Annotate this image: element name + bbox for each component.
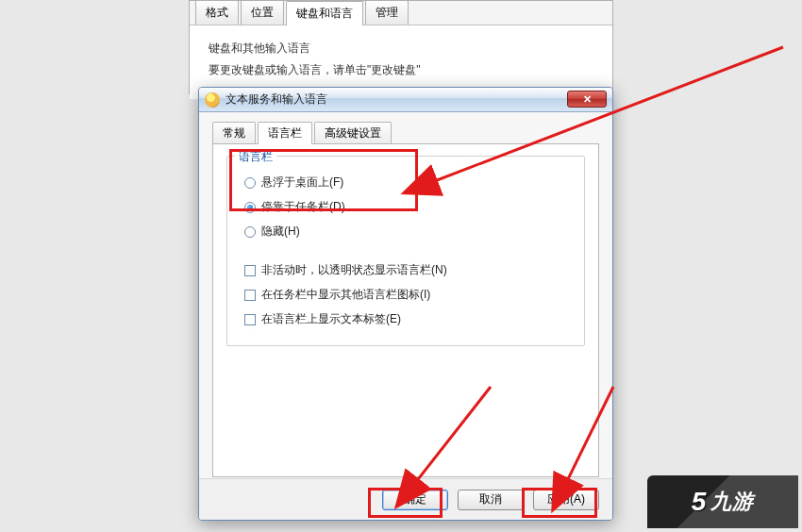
inner-tabstrip: 常规 语言栏 高级键设置 (212, 122, 599, 144)
parent-tab-admin[interactable]: 管理 (365, 0, 409, 25)
dialog-title: 文本服务和输入语言 (226, 91, 327, 108)
cancel-button[interactable]: 取消 (458, 490, 524, 510)
text-services-dialog: 文本服务和输入语言 ✕ 常规 语言栏 高级键设置 语言栏 悬浮于桌面上(F) 停… (198, 87, 613, 521)
parent-tabstrip: 格式 位置 键盘和语言 管理 (190, 1, 612, 25)
radio-label: 隐藏(H) (261, 224, 300, 240)
radio-icon (244, 202, 256, 213)
close-button[interactable]: ✕ (567, 91, 607, 108)
parent-region-dialog: 格式 位置 键盘和语言 管理 键盘和其他输入语言 要更改键盘或输入语言，请单击"… (189, 0, 613, 94)
logo-glyph: 5 (692, 487, 708, 517)
parent-section-sub: 要更改键盘或输入语言，请单击"更改键盘" (209, 62, 593, 78)
check-label: 在语言栏上显示文本标签(E) (261, 311, 401, 327)
radio-icon (244, 226, 256, 238)
check-show-text-labels[interactable]: 在语言栏上显示文本标签(E) (244, 311, 571, 327)
tab-general[interactable]: 常规 (212, 122, 256, 144)
check-transparent-inactive[interactable]: 非活动时，以透明状态显示语言栏(N) (244, 262, 571, 278)
tab-language-bar[interactable]: 语言栏 (258, 122, 312, 144)
radio-label: 停靠于任务栏(D) (261, 199, 345, 215)
dialog-button-row: 确定 取消 应用(A) (199, 478, 612, 520)
parent-tab-format[interactable]: 格式 (195, 0, 239, 25)
parent-tab-location[interactable]: 位置 (241, 0, 284, 25)
group-legend: 语言栏 (235, 149, 276, 165)
checkbox-icon (244, 290, 256, 301)
radio-icon (244, 177, 256, 189)
parent-section-title: 键盘和其他输入语言 (209, 41, 593, 57)
inner-panel: 语言栏 悬浮于桌面上(F) 停靠于任务栏(D) 隐藏(H) 非活动时，以透明状态… (212, 143, 599, 477)
logo-text: 九游 (710, 488, 754, 516)
radio-label: 悬浮于桌面上(F) (261, 175, 343, 191)
tab-advanced-key[interactable]: 高级键设置 (314, 122, 392, 144)
check-show-extra-icons[interactable]: 在任务栏中显示其他语言栏图标(I) (244, 287, 571, 303)
parent-tab-keyboard-lang[interactable]: 键盘和语言 (286, 1, 363, 25)
apply-button[interactable]: 应用(A) (533, 490, 599, 510)
radio-hidden[interactable]: 隐藏(H) (244, 224, 571, 240)
checkbox-icon (244, 314, 256, 325)
app-icon (205, 92, 220, 108)
close-icon: ✕ (583, 93, 592, 106)
ok-button[interactable]: 确定 (382, 490, 448, 510)
dialog-titlebar[interactable]: 文本服务和输入语言 ✕ (199, 88, 612, 112)
check-label: 非活动时，以透明状态显示语言栏(N) (261, 262, 447, 278)
check-label: 在任务栏中显示其他语言栏图标(I) (261, 287, 430, 303)
watermark-logo: 5 九游 (647, 475, 798, 528)
radio-float-desktop[interactable]: 悬浮于桌面上(F) (244, 175, 571, 191)
language-bar-group: 语言栏 悬浮于桌面上(F) 停靠于任务栏(D) 隐藏(H) 非活动时，以透明状态… (226, 156, 585, 346)
dialog-body: 常规 语言栏 高级键设置 语言栏 悬浮于桌面上(F) 停靠于任务栏(D) 隐藏(… (199, 112, 612, 478)
checkbox-icon (244, 265, 256, 276)
radio-dock-taskbar[interactable]: 停靠于任务栏(D) (244, 199, 571, 215)
